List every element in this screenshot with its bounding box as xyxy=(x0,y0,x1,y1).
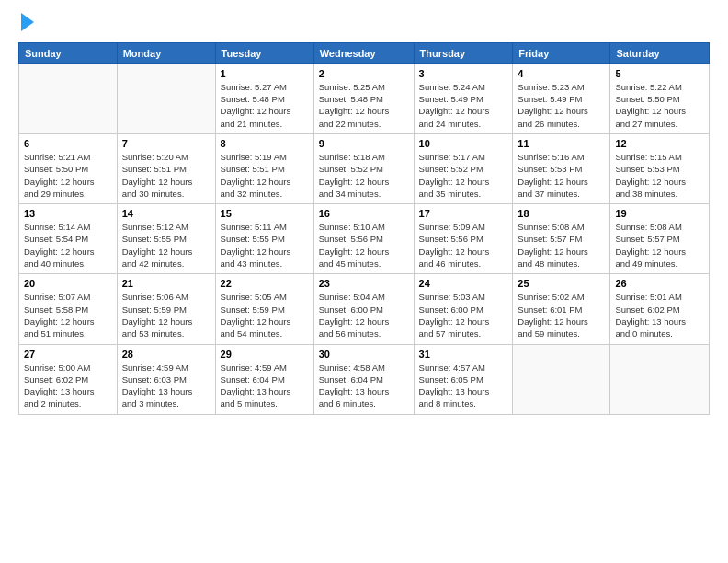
day-number: 27 xyxy=(24,349,112,360)
day-number: 18 xyxy=(518,208,605,219)
day-info: Sunrise: 5:17 AMSunset: 5:52 PMDaylight:… xyxy=(419,151,508,200)
header xyxy=(18,15,710,33)
weekday-header-thursday: Thursday xyxy=(414,42,513,63)
week-row-3: 13Sunrise: 5:14 AMSunset: 5:54 PMDayligh… xyxy=(19,204,710,274)
week-row-1: 1Sunrise: 5:27 AMSunset: 5:48 PMDaylight… xyxy=(19,63,710,133)
day-number: 3 xyxy=(419,68,508,79)
day-info: Sunrise: 5:23 AMSunset: 5:49 PMDaylight:… xyxy=(518,81,605,130)
day-number: 21 xyxy=(122,278,210,289)
day-cell-18: 18Sunrise: 5:08 AMSunset: 5:57 PMDayligh… xyxy=(513,204,610,274)
day-number: 19 xyxy=(615,208,704,219)
day-number: 24 xyxy=(419,278,508,289)
day-number: 7 xyxy=(122,138,210,149)
day-cell-7: 7Sunrise: 5:20 AMSunset: 5:51 PMDaylight… xyxy=(117,133,215,203)
day-number: 12 xyxy=(615,138,704,149)
day-info: Sunrise: 4:57 AMSunset: 6:05 PMDaylight:… xyxy=(419,362,508,410)
week-row-5: 27Sunrise: 5:00 AMSunset: 6:02 PMDayligh… xyxy=(19,344,710,414)
day-cell-4: 4Sunrise: 5:23 AMSunset: 5:49 PMDaylight… xyxy=(513,63,610,133)
day-info: Sunrise: 5:12 AMSunset: 5:55 PMDaylight:… xyxy=(122,221,210,270)
day-cell-11: 11Sunrise: 5:16 AMSunset: 5:53 PMDayligh… xyxy=(513,133,610,203)
day-cell-21: 21Sunrise: 5:06 AMSunset: 5:59 PMDayligh… xyxy=(117,274,215,344)
day-info: Sunrise: 5:02 AMSunset: 6:01 PMDaylight:… xyxy=(518,291,605,339)
day-number: 29 xyxy=(221,349,309,360)
day-info: Sunrise: 5:11 AMSunset: 5:55 PMDaylight:… xyxy=(221,221,309,270)
day-number: 8 xyxy=(221,138,309,149)
week-row-4: 20Sunrise: 5:07 AMSunset: 5:58 PMDayligh… xyxy=(19,274,710,344)
day-number: 9 xyxy=(319,138,409,149)
day-number: 11 xyxy=(518,138,605,149)
day-info: Sunrise: 5:03 AMSunset: 6:00 PMDaylight:… xyxy=(419,291,508,339)
day-cell-8: 8Sunrise: 5:19 AMSunset: 5:51 PMDaylight… xyxy=(215,133,313,203)
day-info: Sunrise: 5:05 AMSunset: 5:59 PMDaylight:… xyxy=(221,291,309,339)
day-number: 5 xyxy=(615,68,704,79)
day-number: 4 xyxy=(518,68,605,79)
day-info: Sunrise: 5:04 AMSunset: 6:00 PMDaylight:… xyxy=(319,291,409,339)
weekday-header-wednesday: Wednesday xyxy=(313,42,414,63)
day-info: Sunrise: 5:07 AMSunset: 5:58 PMDaylight:… xyxy=(24,291,112,339)
day-cell-5: 5Sunrise: 5:22 AMSunset: 5:50 PMDaylight… xyxy=(610,63,710,133)
day-cell-16: 16Sunrise: 5:10 AMSunset: 5:56 PMDayligh… xyxy=(313,204,414,274)
day-cell-30: 30Sunrise: 4:58 AMSunset: 6:04 PMDayligh… xyxy=(313,344,414,414)
empty-cell xyxy=(117,63,215,133)
day-cell-25: 25Sunrise: 5:02 AMSunset: 6:01 PMDayligh… xyxy=(513,274,610,344)
empty-cell xyxy=(513,344,610,414)
day-cell-6: 6Sunrise: 5:21 AMSunset: 5:50 PMDaylight… xyxy=(19,133,118,203)
day-info: Sunrise: 5:10 AMSunset: 5:56 PMDaylight:… xyxy=(319,221,409,270)
day-cell-2: 2Sunrise: 5:25 AMSunset: 5:48 PMDaylight… xyxy=(313,63,414,133)
day-cell-9: 9Sunrise: 5:18 AMSunset: 5:52 PMDaylight… xyxy=(313,133,414,203)
day-info: Sunrise: 5:00 AMSunset: 6:02 PMDaylight:… xyxy=(24,362,112,410)
day-info: Sunrise: 5:25 AMSunset: 5:48 PMDaylight:… xyxy=(319,81,409,130)
page: SundayMondayTuesdayWednesdayThursdayFrid… xyxy=(0,0,728,424)
weekday-header-sunday: Sunday xyxy=(19,42,118,63)
day-info: Sunrise: 5:16 AMSunset: 5:53 PMDaylight:… xyxy=(518,151,605,200)
day-cell-13: 13Sunrise: 5:14 AMSunset: 5:54 PMDayligh… xyxy=(19,204,118,274)
day-cell-19: 19Sunrise: 5:08 AMSunset: 5:57 PMDayligh… xyxy=(610,204,710,274)
empty-cell xyxy=(610,344,710,414)
day-number: 26 xyxy=(615,278,704,289)
day-cell-15: 15Sunrise: 5:11 AMSunset: 5:55 PMDayligh… xyxy=(215,204,313,274)
calendar-table: SundayMondayTuesdayWednesdayThursdayFrid… xyxy=(18,42,710,415)
day-number: 22 xyxy=(221,278,309,289)
day-number: 23 xyxy=(319,278,409,289)
day-number: 25 xyxy=(518,278,605,289)
day-info: Sunrise: 5:19 AMSunset: 5:51 PMDaylight:… xyxy=(221,151,309,200)
weekday-header-saturday: Saturday xyxy=(610,42,710,63)
day-info: Sunrise: 4:59 AMSunset: 6:03 PMDaylight:… xyxy=(122,362,210,410)
day-number: 16 xyxy=(319,208,409,219)
day-number: 20 xyxy=(24,278,112,289)
weekday-header-monday: Monday xyxy=(117,42,215,63)
day-info: Sunrise: 4:59 AMSunset: 6:04 PMDaylight:… xyxy=(221,362,309,410)
day-cell-10: 10Sunrise: 5:17 AMSunset: 5:52 PMDayligh… xyxy=(414,133,513,203)
day-number: 1 xyxy=(221,68,309,79)
day-info: Sunrise: 5:24 AMSunset: 5:49 PMDaylight:… xyxy=(419,81,508,130)
day-number: 31 xyxy=(419,349,508,360)
day-cell-3: 3Sunrise: 5:24 AMSunset: 5:49 PMDaylight… xyxy=(414,63,513,133)
day-number: 30 xyxy=(319,349,409,360)
day-info: Sunrise: 5:18 AMSunset: 5:52 PMDaylight:… xyxy=(319,151,409,200)
day-number: 13 xyxy=(24,208,112,219)
day-info: Sunrise: 5:21 AMSunset: 5:50 PMDaylight:… xyxy=(24,151,112,200)
day-number: 10 xyxy=(419,138,508,149)
day-cell-22: 22Sunrise: 5:05 AMSunset: 5:59 PMDayligh… xyxy=(215,274,313,344)
day-info: Sunrise: 4:58 AMSunset: 6:04 PMDaylight:… xyxy=(319,362,409,410)
day-cell-29: 29Sunrise: 4:59 AMSunset: 6:04 PMDayligh… xyxy=(215,344,313,414)
day-number: 2 xyxy=(319,68,409,79)
day-info: Sunrise: 5:22 AMSunset: 5:50 PMDaylight:… xyxy=(615,81,704,130)
day-cell-23: 23Sunrise: 5:04 AMSunset: 6:00 PMDayligh… xyxy=(313,274,414,344)
day-number: 15 xyxy=(221,208,309,219)
day-info: Sunrise: 5:01 AMSunset: 6:02 PMDaylight:… xyxy=(615,291,704,339)
logo-arrow-icon xyxy=(21,13,34,31)
day-info: Sunrise: 5:06 AMSunset: 5:59 PMDaylight:… xyxy=(122,291,210,339)
weekday-header-friday: Friday xyxy=(513,42,610,63)
day-cell-12: 12Sunrise: 5:15 AMSunset: 5:53 PMDayligh… xyxy=(610,133,710,203)
day-cell-17: 17Sunrise: 5:09 AMSunset: 5:56 PMDayligh… xyxy=(414,204,513,274)
day-info: Sunrise: 5:09 AMSunset: 5:56 PMDaylight:… xyxy=(419,221,508,270)
week-row-2: 6Sunrise: 5:21 AMSunset: 5:50 PMDaylight… xyxy=(19,133,710,203)
day-cell-31: 31Sunrise: 4:57 AMSunset: 6:05 PMDayligh… xyxy=(414,344,513,414)
day-cell-27: 27Sunrise: 5:00 AMSunset: 6:02 PMDayligh… xyxy=(19,344,118,414)
day-info: Sunrise: 5:08 AMSunset: 5:57 PMDaylight:… xyxy=(615,221,704,270)
day-info: Sunrise: 5:14 AMSunset: 5:54 PMDaylight:… xyxy=(24,221,112,270)
day-info: Sunrise: 5:27 AMSunset: 5:48 PMDaylight:… xyxy=(221,81,309,130)
logo xyxy=(18,15,34,33)
day-cell-20: 20Sunrise: 5:07 AMSunset: 5:58 PMDayligh… xyxy=(19,274,118,344)
